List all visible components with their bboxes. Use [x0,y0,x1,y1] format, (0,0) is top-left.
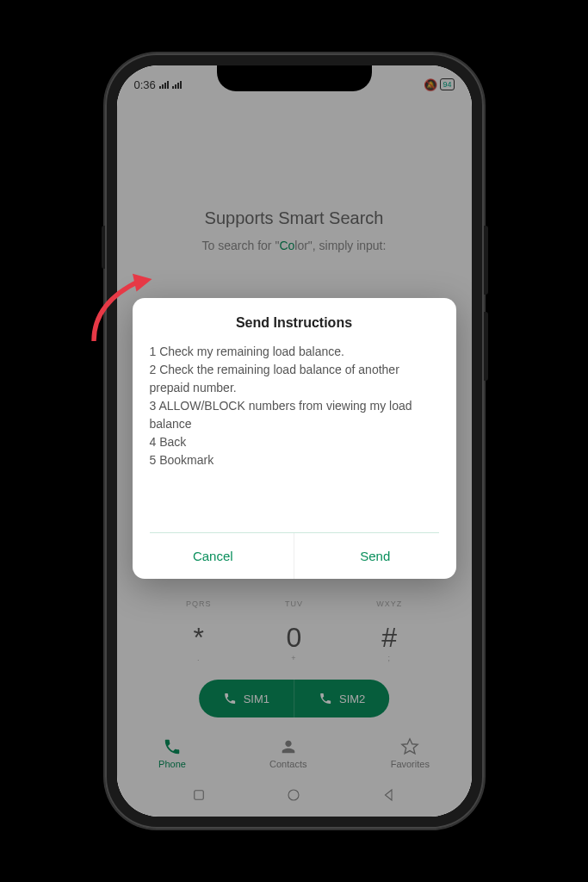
screen: 0:36 94 Supports Smart Search To search … [117,65,472,817]
phone-frame: 0:36 94 Supports Smart Search To search … [105,53,484,829]
send-button[interactable]: Send [294,533,456,579]
svg-marker-2 [133,274,152,292]
annotation-arrow [86,271,164,349]
dialog-title: Send Instructions [133,298,456,343]
cancel-button[interactable]: Cancel [133,533,295,579]
ussd-dialog: Send Instructions 1 Check my remaining l… [133,298,456,579]
notch [217,65,372,91]
dialog-body: 1 Check my remaining load balance. 2 Che… [133,343,456,532]
